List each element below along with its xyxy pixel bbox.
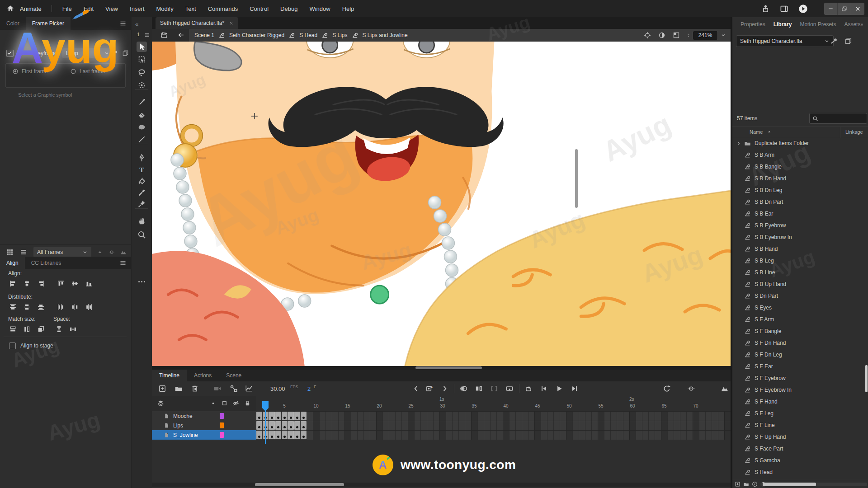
loop-playback-icon[interactable] xyxy=(524,385,533,393)
stage-vertical-scroll-thumb[interactable] xyxy=(575,149,578,208)
timeline-zoom-slider-icon[interactable] xyxy=(687,385,695,393)
align-left-button[interactable] xyxy=(7,278,19,290)
align-top-button[interactable] xyxy=(55,278,67,290)
tab-scene[interactable]: Scene xyxy=(219,370,249,381)
library-horizontal-scrollbar[interactable] xyxy=(760,483,867,486)
size-slider-icon[interactable] xyxy=(108,249,115,255)
loop-dropdown[interactable]: Loop xyxy=(62,48,113,58)
keyframe-cell[interactable] xyxy=(269,421,275,430)
match-width-button[interactable] xyxy=(7,324,19,335)
tool-paint-bucket[interactable] xyxy=(137,176,147,187)
panel-menu-icon[interactable] xyxy=(860,21,863,28)
tab-timeline[interactable]: Timeline xyxy=(152,370,187,381)
item-properties-icon[interactable] xyxy=(752,481,758,487)
library-item-s-f-arm[interactable]: S F Arm xyxy=(732,314,868,325)
keyframe-cell[interactable] xyxy=(282,412,288,420)
tool-hand[interactable] xyxy=(137,216,147,226)
space-h-button[interactable] xyxy=(67,324,79,335)
tab-align[interactable]: Align xyxy=(0,257,25,269)
dist-bottom-button[interactable] xyxy=(35,301,47,313)
tab-frame-picker[interactable]: Frame Picker xyxy=(26,17,71,30)
library-item-s-f-line[interactable]: S F Line xyxy=(732,419,868,431)
zoom-dropdown-icon[interactable] xyxy=(721,33,726,38)
menu-help[interactable]: Help xyxy=(336,5,360,12)
tool-more[interactable] xyxy=(137,277,147,287)
list-view-icon[interactable] xyxy=(20,249,27,256)
menu-file[interactable]: File xyxy=(57,5,78,12)
zoom-spinner-icon[interactable] xyxy=(686,32,691,38)
library-item-s-face-part[interactable]: S Face Part xyxy=(732,443,868,455)
column-name[interactable]: Name xyxy=(750,129,763,135)
reset-timeline-zoom-icon[interactable] xyxy=(663,385,671,393)
tool-text[interactable]: T xyxy=(137,164,147,175)
keyframe-cell[interactable] xyxy=(269,431,275,439)
pin-library-icon[interactable] xyxy=(830,37,838,45)
auto-keyframe-icon[interactable]: A xyxy=(425,385,434,393)
toolbar-menu-icon[interactable] xyxy=(144,32,150,38)
timeline-zoom-max-icon[interactable] xyxy=(721,385,729,393)
stage-canvas[interactable] xyxy=(152,42,731,366)
new-panel-icon[interactable] xyxy=(122,50,129,56)
frames-grid[interactable] xyxy=(256,411,731,440)
align-center-h-button[interactable] xyxy=(21,278,33,290)
menu-text[interactable]: Text xyxy=(179,5,202,12)
add-camera-icon[interactable] xyxy=(213,385,222,393)
keyframe-cell[interactable] xyxy=(256,412,262,420)
library-item-s-f-eyebrow-in[interactable]: S F Eyebrow In xyxy=(732,384,868,396)
tab-cc-libraries[interactable]: CC Libraries xyxy=(25,257,68,269)
edit-multiple-frames-icon[interactable] xyxy=(490,385,498,393)
dist-left-button[interactable] xyxy=(55,301,67,313)
keyframe-cell[interactable] xyxy=(256,431,262,439)
new-folder-icon[interactable] xyxy=(743,481,749,487)
keyframe-cell[interactable] xyxy=(269,412,275,420)
library-item-s-f-dn-hand[interactable]: S F Dn Hand xyxy=(732,337,868,349)
playhead-line[interactable] xyxy=(265,411,266,444)
lock-all-layers-icon[interactable] xyxy=(244,400,251,407)
library-item-duplicate-items-folder[interactable]: Duplicate Items Folder xyxy=(732,137,868,149)
library-item-s-b-up-hand[interactable]: S B Up Hand xyxy=(732,278,868,290)
onion-skin-outlines-icon[interactable] xyxy=(475,385,483,393)
tab-actions[interactable]: Actions xyxy=(187,370,219,381)
keyframe-cell[interactable] xyxy=(275,431,281,439)
align-bottom-button[interactable] xyxy=(83,278,95,290)
library-item-s-b-line[interactable]: S B Line xyxy=(732,267,868,278)
last-frame-radio[interactable]: Last frame xyxy=(70,68,105,75)
library-item-s-f-dn-leg[interactable]: S F Dn Leg xyxy=(732,349,868,361)
library-item-s-head[interactable]: S Head xyxy=(732,466,868,478)
align-middle-button[interactable] xyxy=(69,278,81,290)
new-layer-icon[interactable] xyxy=(158,385,166,393)
tool-zoom[interactable] xyxy=(137,230,147,240)
layer-color-chip[interactable] xyxy=(220,432,224,438)
timeline-ruler[interactable]: 1s2s510152025303540455055606570 xyxy=(256,396,731,412)
timeline-horizontal-scrollbar[interactable] xyxy=(152,483,731,487)
test-movie-icon[interactable] xyxy=(798,4,808,14)
keyframe-cell[interactable] xyxy=(294,421,300,430)
create-keyframe-checkbox[interactable] xyxy=(6,50,14,57)
onion-skin-icon[interactable] xyxy=(459,385,467,393)
sort-up-icon[interactable] xyxy=(767,129,772,134)
tab-properties[interactable]: Properties xyxy=(741,21,765,28)
align-right-button[interactable] xyxy=(35,278,47,290)
library-item-s-b-dn-part[interactable]: S B Dn Part xyxy=(732,196,868,208)
library-item-s-b-hand[interactable]: S B Hand xyxy=(732,243,868,255)
library-item-s-b-dn-leg[interactable]: S B Dn Leg xyxy=(732,184,868,196)
keyframe-cell[interactable] xyxy=(301,431,307,439)
library-item-s-f-hand[interactable]: S F Hand xyxy=(732,396,868,408)
tool-selection[interactable] xyxy=(137,42,147,52)
tool-subselection[interactable] xyxy=(137,54,147,65)
breadcrumb-scene-1[interactable]: Scene 1 xyxy=(194,32,214,38)
hide-all-layers-icon[interactable] xyxy=(232,400,239,407)
menu-edit[interactable]: Edit xyxy=(78,5,99,12)
window-minimize-button[interactable] xyxy=(824,3,837,15)
library-item-s-b-eyebrow[interactable]: S B Eyebrow xyxy=(732,220,868,231)
tab-assets[interactable]: Assets xyxy=(844,21,860,28)
menu-insert[interactable]: Insert xyxy=(124,5,151,12)
grid-view-icon[interactable] xyxy=(6,249,14,256)
window-close-button[interactable] xyxy=(851,3,864,15)
match-both-button[interactable] xyxy=(35,324,47,335)
breadcrumb-s-lips-and-jowline[interactable]: S Lips and Jowline xyxy=(363,32,408,38)
document-tab[interactable]: Seth Rigged Character.fla* xyxy=(156,17,238,29)
tab-motion-presets[interactable]: Motion Presets xyxy=(800,21,836,28)
home-icon[interactable] xyxy=(6,5,14,13)
tool-lasso[interactable] xyxy=(137,67,147,78)
